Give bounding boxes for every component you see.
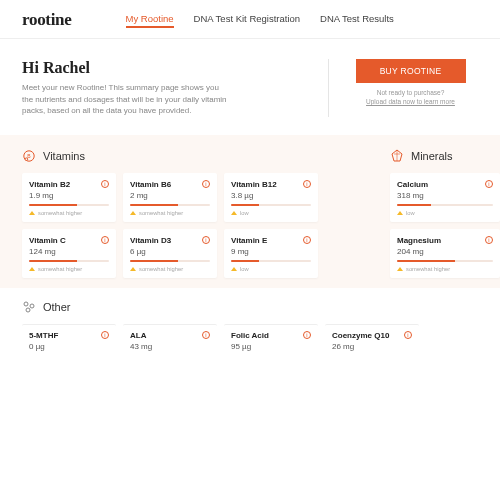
warning-icon	[397, 267, 403, 271]
nav-dna-registration[interactable]: DNA Test Kit Registration	[194, 13, 300, 28]
status-text: somewhat higher	[406, 266, 450, 272]
nav-dna-results[interactable]: DNA Test Results	[320, 13, 394, 28]
hero-cta: BUY ROOTINE Not ready to purchase? Uploa…	[343, 59, 478, 117]
status-row: somewhat higher	[130, 210, 210, 216]
nutrient-dosage: 1.9 mg	[29, 191, 109, 200]
nutrient-name: Coenzyme Q10	[332, 331, 389, 340]
nutrient-dosage: 26 mg	[332, 342, 412, 351]
other-icon	[22, 300, 36, 314]
nutrient-name: Calcium	[397, 180, 428, 189]
other-label: Other	[43, 301, 71, 313]
info-icon[interactable]: i	[202, 331, 210, 339]
info-icon[interactable]: i	[101, 331, 109, 339]
svg-text:B: B	[27, 153, 31, 159]
warning-icon	[397, 211, 403, 215]
info-icon[interactable]: i	[303, 180, 311, 188]
status-text: low	[240, 210, 249, 216]
hero-divider	[328, 59, 329, 117]
nutrient-dosage: 95 µg	[231, 342, 311, 351]
info-icon[interactable]: i	[485, 180, 493, 188]
nutrient-card[interactable]: 5-MTHFi0 µg	[22, 324, 116, 357]
vitamins-section: B Vitamins Vitamin B2i1.9 mgsomewhat hig…	[22, 149, 372, 278]
status-text: somewhat higher	[139, 266, 183, 272]
info-icon[interactable]: i	[485, 236, 493, 244]
nutrient-card[interactable]: ALAi43 mg	[123, 324, 217, 357]
greeting: Hi Rachel	[22, 59, 314, 77]
buy-button[interactable]: BUY ROOTINE	[356, 59, 466, 83]
nutrient-card[interactable]: Magnesiumi204 mgsomewhat higher	[390, 229, 500, 278]
dosage-bar	[130, 204, 210, 206]
dosage-bar	[397, 260, 493, 262]
vitamins-label: Vitamins	[43, 150, 85, 162]
nutrient-card[interactable]: Vitamin Ci124 mgsomewhat higher	[22, 229, 116, 278]
warning-icon	[29, 211, 35, 215]
minerals-header: Minerals	[390, 149, 500, 163]
nutrient-card[interactable]: Calciumi318 mglow	[390, 173, 500, 222]
nutrient-card[interactable]: Vitamin Ei9 mglow	[224, 229, 318, 278]
dosage-bar	[231, 204, 311, 206]
info-icon[interactable]: i	[101, 180, 109, 188]
vitamins-grid: Vitamin B2i1.9 mgsomewhat higherVitamin …	[22, 173, 372, 278]
info-icon[interactable]: i	[404, 331, 412, 339]
nutrient-dosage: 43 mg	[130, 342, 210, 351]
status-row: somewhat higher	[29, 210, 109, 216]
status-row: somewhat higher	[397, 266, 493, 272]
nutrient-dosage: 0 µg	[29, 342, 109, 351]
nutrient-name: Vitamin E	[231, 236, 267, 245]
nutrient-name: 5-MTHF	[29, 331, 58, 340]
hero: Hi Rachel Meet your new Rootine! This su…	[0, 39, 500, 135]
status-text: somewhat higher	[38, 210, 82, 216]
nutrient-name: Vitamin B2	[29, 180, 70, 189]
dosage-bar	[231, 260, 311, 262]
nutrient-card[interactable]: Folic Acidi95 µg	[224, 324, 318, 357]
nutrient-dosage: 204 mg	[397, 247, 493, 256]
nutrient-dosage: 9 mg	[231, 247, 311, 256]
info-icon[interactable]: i	[303, 331, 311, 339]
nutrient-name: Vitamin C	[29, 236, 66, 245]
upload-data-link[interactable]: Upload data now to learn more	[366, 98, 455, 105]
info-icon[interactable]: i	[202, 180, 210, 188]
nutrient-card[interactable]: Vitamin D3i6 µgsomewhat higher	[123, 229, 217, 278]
nutrient-card[interactable]: Coenzyme Q10i26 mg	[325, 324, 419, 357]
nav-my-rootine[interactable]: My Rootine	[126, 13, 174, 28]
status-row: low	[231, 210, 311, 216]
info-icon[interactable]: i	[202, 236, 210, 244]
status-row: somewhat higher	[29, 266, 109, 272]
vitamin-icon: B	[22, 149, 36, 163]
info-icon[interactable]: i	[101, 236, 109, 244]
nutrient-dosage: 318 mg	[397, 191, 493, 200]
dosage-bar	[29, 204, 109, 206]
nutrient-name: Vitamin B6	[130, 180, 171, 189]
hero-body: Meet your new Rootine! This summary page…	[22, 82, 232, 117]
svg-point-4	[30, 304, 34, 308]
dosage-bar	[397, 204, 493, 206]
header: rootine My Rootine DNA Test Kit Registra…	[0, 0, 500, 39]
warning-icon	[130, 211, 136, 215]
other-section: Other 5-MTHFi0 µgALAi43 mgFolic Acidi95 …	[0, 288, 500, 357]
dosage-bar	[130, 260, 210, 262]
nutrient-card[interactable]: Vitamin B2i1.9 mgsomewhat higher	[22, 173, 116, 222]
logo: rootine	[22, 10, 72, 30]
main-nav: My Rootine DNA Test Kit Registration DNA…	[126, 13, 394, 28]
warning-icon	[231, 211, 237, 215]
status-text: somewhat higher	[139, 210, 183, 216]
warning-icon	[29, 267, 35, 271]
nutrient-dosage: 2 mg	[130, 191, 210, 200]
nutrient-sections: B Vitamins Vitamin B2i1.9 mgsomewhat hig…	[0, 135, 500, 288]
nutrient-dosage: 124 mg	[29, 247, 109, 256]
svg-point-3	[24, 302, 28, 306]
status-text: somewhat higher	[38, 266, 82, 272]
nutrient-dosage: 6 µg	[130, 247, 210, 256]
nutrient-card[interactable]: Vitamin B12i3.8 µglow	[224, 173, 318, 222]
other-header: Other	[22, 300, 500, 314]
other-grid: 5-MTHFi0 µgALAi43 mgFolic Acidi95 µgCoen…	[22, 324, 500, 357]
minerals-section: Minerals Calciumi318 mglowMagnesiumi204 …	[390, 149, 500, 278]
nutrient-name: ALA	[130, 331, 146, 340]
mineral-icon	[390, 149, 404, 163]
nutrient-name: Folic Acid	[231, 331, 269, 340]
vitamins-header: B Vitamins	[22, 149, 372, 163]
minerals-label: Minerals	[411, 150, 453, 162]
info-icon[interactable]: i	[303, 236, 311, 244]
status-text: low	[406, 210, 415, 216]
nutrient-card[interactable]: Vitamin B6i2 mgsomewhat higher	[123, 173, 217, 222]
